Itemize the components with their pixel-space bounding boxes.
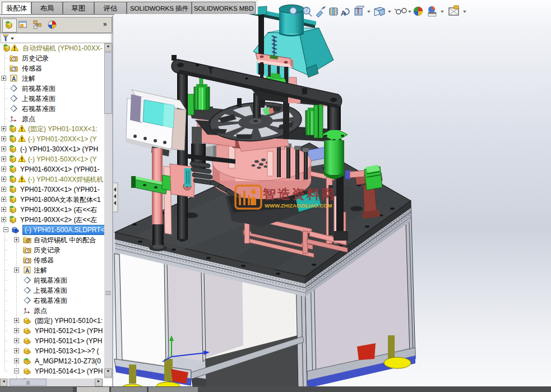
svg-text:WWW.ZHIZAOZILIAO.COM: WWW.ZHIZAOZILIAO.COM bbox=[265, 202, 332, 209]
svg-text:智造资料网: 智造资料网 bbox=[262, 187, 336, 201]
